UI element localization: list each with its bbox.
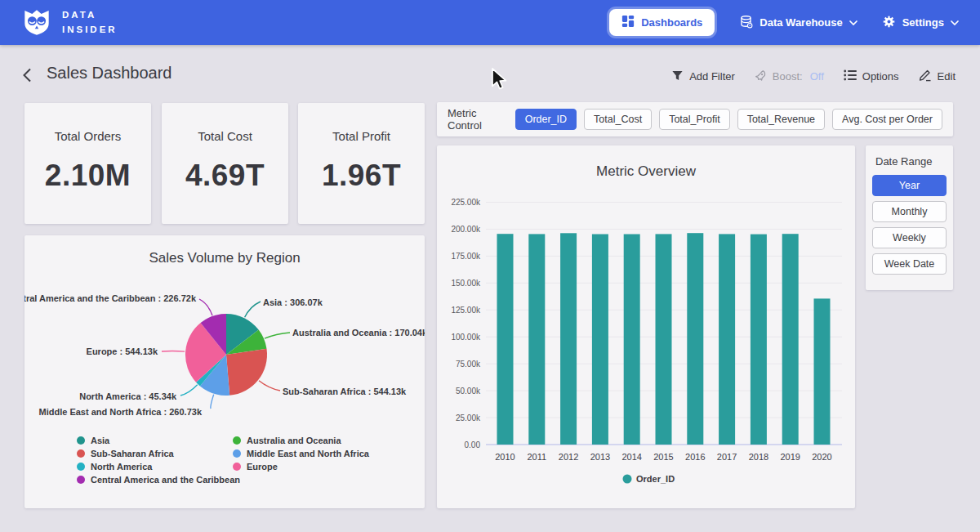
- bar-2020[interactable]: [814, 298, 831, 445]
- legend-dot: [77, 463, 85, 471]
- bar-2012[interactable]: [560, 233, 577, 445]
- boost-label: Boost:: [773, 70, 803, 83]
- metric-control-label: Metric Control: [448, 107, 505, 132]
- pie-label-connector: [259, 381, 280, 391]
- kpi-card-total-orders: Total Orders 2.10M: [24, 103, 151, 224]
- brand[interactable]: DATA INSIDER: [21, 6, 118, 40]
- bar-2019[interactable]: [782, 234, 799, 445]
- x-axis-tick-label: 2018: [749, 452, 768, 462]
- metric-button-total-revenue[interactable]: Total_Revenue: [737, 109, 825, 130]
- metric-button-order-id[interactable]: Order_ID: [515, 109, 577, 130]
- boost-state: Off: [810, 70, 824, 83]
- grid-icon: [621, 15, 635, 30]
- boost-toggle[interactable]: Boost: Off: [755, 69, 824, 84]
- rocket-icon: [755, 69, 767, 84]
- nav-dashboards-button[interactable]: Dashboards: [609, 9, 715, 36]
- y-axis-tick-label: 50.00k: [456, 387, 481, 396]
- nav-settings-label: Settings: [902, 16, 944, 29]
- pie-slice-label: Sub-Saharan Africa : 544.13k: [283, 387, 407, 396]
- legend-dot: [233, 463, 241, 471]
- y-axis-tick-label: 125.00k: [451, 306, 481, 315]
- y-axis-tick-label: 200.00k: [451, 225, 481, 234]
- legend-label: Australia and Oceania: [247, 436, 341, 445]
- y-axis-tick-label: 25.00k: [456, 414, 481, 422]
- database-icon: [739, 15, 753, 31]
- metric-button-total-profit[interactable]: Total_Profit: [659, 109, 730, 130]
- brand-name: DATA INSIDER: [62, 8, 118, 37]
- pie-slice-label: Australia and Oceania : 170.04k: [292, 328, 425, 338]
- bar-2013[interactable]: [592, 235, 608, 445]
- pie-slice-sub-saharan-africa[interactable]: [226, 349, 267, 396]
- x-axis-tick-label: 2014: [621, 452, 641, 462]
- x-axis-tick-label: 2011: [527, 452, 546, 462]
- sales-dashboard-app: DATA INSIDER Dashboards: [0, 0, 980, 532]
- legend-label: Middle East and North Africa: [247, 449, 370, 458]
- bar-2017[interactable]: [719, 234, 735, 445]
- pie-slice-label: Middle East and North Africa : 260.73k: [39, 407, 203, 417]
- nav-data-warehouse-button[interactable]: Data Warehouse: [739, 15, 857, 31]
- bar-legend-item-order-id[interactable]: Order_ID: [623, 474, 675, 484]
- pie-legend-item-australia-and-oceania[interactable]: Australia and Oceania: [233, 436, 341, 445]
- bar-2016[interactable]: [687, 233, 703, 445]
- pie-legend-item-central-america-and-the-caribbean[interactable]: Central America and the Caribbean: [77, 475, 240, 485]
- legend-label: Order_ID: [636, 474, 675, 484]
- funnel-icon: [671, 69, 684, 84]
- pie-legend-item-north-america[interactable]: North America: [77, 462, 153, 472]
- x-axis-tick-label: 2016: [685, 452, 705, 462]
- bar-2010[interactable]: [497, 234, 514, 445]
- kpi-label: Total Cost: [198, 129, 252, 143]
- date-range-button-week-date[interactable]: Week Date: [872, 253, 947, 275]
- bar-2014[interactable]: [624, 235, 640, 445]
- legend-label: Europe: [247, 462, 278, 472]
- date-range-label: Date Range: [875, 155, 947, 168]
- pie-slice-label: North America : 45.34k: [79, 391, 177, 401]
- pie-legend-item-asia[interactable]: Asia: [77, 436, 110, 445]
- date-range-button-year[interactable]: Year: [872, 175, 947, 196]
- kpi-label: Total Orders: [55, 129, 122, 143]
- pie-legend-item-europe[interactable]: Europe: [233, 462, 278, 472]
- owl-logo-icon: [21, 6, 52, 40]
- legend-label: North America: [91, 462, 153, 472]
- legend-dot: [233, 449, 241, 458]
- legend-dot: [623, 475, 632, 484]
- pie-label-connector: [211, 395, 214, 409]
- bar-2015[interactable]: [656, 234, 672, 445]
- metric-control-panel: Metric Control Order_ID Total_Cost Total…: [437, 102, 953, 136]
- options-button[interactable]: Options: [844, 69, 899, 83]
- x-axis-tick-label: 2017: [717, 452, 737, 462]
- nav-data-warehouse-label: Data Warehouse: [760, 16, 842, 29]
- bar-chart: 0.0025.00k50.00k75.00k100.00k125.00k150.…: [437, 145, 855, 508]
- pie-label-connector: [245, 302, 261, 317]
- kpi-value: 1.96T: [322, 159, 401, 193]
- pie-slice-label: Asia : 306.07k: [263, 297, 323, 307]
- x-axis-tick-label: 2012: [559, 452, 578, 462]
- x-axis-tick-label: 2019: [780, 452, 800, 462]
- bar-2018[interactable]: [751, 235, 767, 445]
- nav-dashboards-label: Dashboards: [641, 16, 702, 29]
- nav-settings-button[interactable]: Settings: [882, 15, 959, 31]
- x-axis-tick-label: 2013: [590, 452, 610, 462]
- options-label: Options: [862, 70, 899, 83]
- legend-dot: [233, 436, 241, 445]
- chevron-down-icon: [849, 16, 858, 29]
- edit-button[interactable]: Edit: [919, 69, 956, 84]
- back-button[interactable]: [22, 68, 32, 86]
- pie-legend-item-sub-saharan-africa[interactable]: Sub-Saharan Africa: [77, 449, 175, 458]
- metric-button-total-cost[interactable]: Total_Cost: [584, 109, 652, 130]
- date-range-button-monthly[interactable]: Monthly: [872, 201, 947, 222]
- chevron-down-icon: [951, 16, 959, 29]
- sales-volume-by-region-card: Sales Volume by Region Asia : 306.07kAus…: [24, 235, 425, 508]
- date-range-button-weekly[interactable]: Weekly: [872, 227, 947, 248]
- bar-2011[interactable]: [528, 234, 545, 445]
- legend-dot: [77, 436, 85, 445]
- pie-legend-item-middle-east-and-north-africa[interactable]: Middle East and North Africa: [233, 449, 370, 458]
- metric-overview-card: Metric Overview 0.0025.00k50.00k75.00k10…: [437, 145, 855, 508]
- add-filter-button[interactable]: Add Filter: [671, 69, 735, 84]
- metric-button-avg-cost-per-order[interactable]: Avg. Cost per Order: [832, 109, 942, 130]
- top-navbar: DATA INSIDER Dashboards: [0, 0, 980, 45]
- pie-label-connector: [180, 385, 198, 396]
- y-axis-tick-label: 150.00k: [451, 279, 481, 288]
- pie-slice-label: Central America and the Caribbean : 226.…: [24, 293, 197, 303]
- pie-label-connector: [162, 351, 185, 352]
- add-filter-label: Add Filter: [689, 70, 735, 83]
